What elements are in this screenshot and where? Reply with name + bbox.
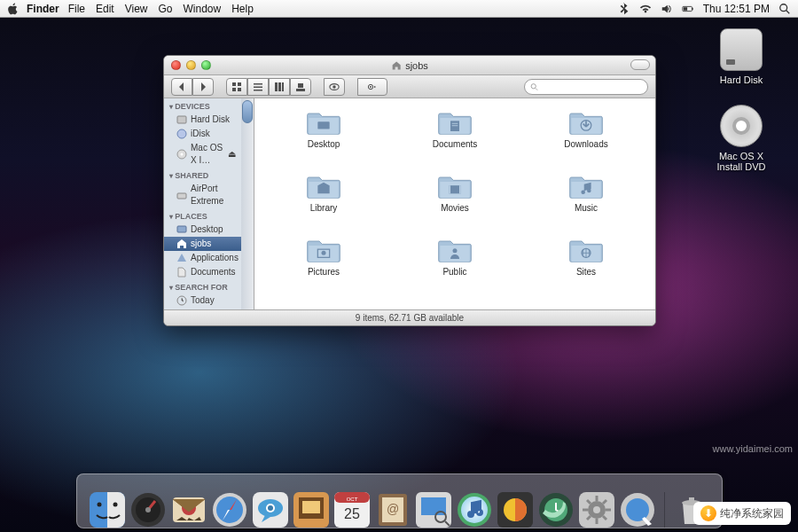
eject-icon[interactable]: ⏏: [228, 148, 236, 160]
desktop-install-dvd[interactable]: Mac OS X Install DVD: [706, 105, 777, 172]
desktop-hard-disk[interactable]: Hard Disk: [706, 28, 777, 85]
menu-go[interactable]: Go: [159, 3, 173, 15]
action-button[interactable]: [357, 78, 387, 96]
sidebar-yesterday[interactable]: Yesterday: [164, 308, 254, 309]
folder-pictures[interactable]: Pictures: [306, 237, 341, 297]
folder-music[interactable]: Music: [568, 173, 604, 233]
dock-address-book[interactable]: @: [375, 492, 411, 528]
minimize-button[interactable]: [186, 60, 196, 70]
icon-view-button[interactable]: [226, 78, 247, 96]
folder-icon: [306, 109, 341, 136]
sidebar-hard-disk[interactable]: Hard Disk: [164, 113, 254, 127]
preview-icon: [416, 492, 451, 528]
sidebar-airport[interactable]: AirPort Extreme: [164, 182, 254, 208]
dock-dashboard[interactable]: [130, 492, 166, 528]
menu-window[interactable]: Window: [184, 3, 222, 15]
svg-point-24: [177, 129, 186, 138]
scrollbar-thumb[interactable]: [242, 100, 253, 123]
bluetooth-icon[interactable]: [618, 3, 630, 15]
sidebar-section-places[interactable]: PLACES: [164, 208, 254, 223]
dock-separator: [664, 492, 665, 528]
search-icon: [530, 82, 538, 91]
dock-ical[interactable]: OCT25: [334, 492, 370, 528]
sidebar-today[interactable]: Today: [164, 293, 254, 308]
svg-rect-27: [177, 193, 186, 199]
menu-view[interactable]: View: [125, 3, 148, 15]
search-input[interactable]: [542, 82, 642, 92]
sidebar-idisk[interactable]: iDisk: [164, 127, 254, 141]
folder-label: Music: [575, 203, 598, 213]
dock-mail[interactable]: [171, 492, 207, 528]
dock-finder[interactable]: [90, 492, 125, 528]
coverflow-view-button[interactable]: [290, 78, 311, 96]
menu-file[interactable]: File: [68, 3, 85, 15]
close-button[interactable]: [171, 60, 181, 70]
disk-icon: [176, 114, 187, 125]
folder-sites[interactable]: Sites: [568, 237, 604, 297]
sidebar-scrollbar[interactable]: [241, 98, 254, 309]
svg-point-82: [593, 506, 600, 513]
sidebar-section-devices[interactable]: DEVICES: [164, 98, 254, 113]
forward-button[interactable]: [192, 78, 214, 96]
zoom-button[interactable]: [201, 60, 211, 70]
sidebar-section-search[interactable]: SEARCH FOR: [164, 279, 254, 293]
hard-disk-icon: [720, 28, 763, 71]
sidebar-applications[interactable]: Applications: [164, 251, 254, 265]
svg-point-3: [780, 4, 787, 11]
menubar-clock[interactable]: Thu 12:51 PM: [703, 3, 770, 15]
dock-itunes[interactable]: [457, 492, 492, 528]
sidebar-section-shared[interactable]: SHARED: [164, 168, 254, 182]
sidebar-documents[interactable]: Documents: [164, 265, 254, 279]
dock-quicktime[interactable]: [620, 492, 655, 528]
volume-icon[interactable]: [661, 3, 673, 15]
dvd-icon: [176, 149, 187, 160]
folder-downloads[interactable]: Downloads: [564, 109, 607, 169]
titlebar[interactable]: sjobs: [164, 56, 655, 75]
toolbar-toggle-button[interactable]: [630, 59, 650, 70]
svg-line-22: [536, 88, 537, 90]
apple-menu-icon[interactable]: [7, 3, 20, 15]
list-view-button[interactable]: [247, 78, 269, 96]
folder-library[interactable]: Library: [306, 173, 341, 233]
dock-ichat[interactable]: [253, 492, 288, 528]
dock-time-machine[interactable]: [538, 492, 574, 528]
sidebar-home[interactable]: sjobs: [164, 237, 254, 251]
desktop-icon-label: Mac OS X Install DVD: [706, 151, 777, 172]
spotlight-icon[interactable]: [778, 3, 791, 15]
home-icon: [176, 239, 187, 249]
folder-documents[interactable]: Documents: [433, 109, 478, 169]
folder-icon: [437, 237, 473, 263]
folder-desktop[interactable]: Desktop: [306, 109, 341, 169]
folder-label: Movies: [441, 203, 469, 213]
dock-system-preferences[interactable]: [579, 492, 614, 528]
folder-icon: [437, 173, 473, 200]
svg-rect-41: [459, 185, 461, 193]
quicklook-button[interactable]: [324, 78, 345, 96]
svg-point-44: [453, 248, 458, 253]
folder-icon: [306, 237, 341, 263]
search-field[interactable]: [524, 79, 648, 95]
sidebar-install-dvd[interactable]: Mac OS X I…⏏: [164, 141, 254, 168]
dock-iphoto[interactable]: [497, 492, 533, 528]
back-button[interactable]: [171, 78, 192, 96]
dock-preview[interactable]: [416, 492, 451, 528]
document-icon: [176, 267, 187, 278]
folder-movies[interactable]: Movies: [437, 173, 473, 233]
menu-edit[interactable]: Edit: [96, 3, 114, 15]
action-segment: [357, 78, 387, 96]
wifi-icon[interactable]: [639, 3, 652, 15]
svg-rect-28: [177, 226, 186, 232]
dock-safari[interactable]: [212, 492, 247, 528]
active-app-name[interactable]: Finder: [27, 3, 59, 15]
dock-photo-booth[interactable]: [293, 492, 329, 528]
battery-icon[interactable]: [682, 3, 694, 15]
svg-rect-8: [238, 88, 241, 91]
toolbar: [164, 75, 655, 98]
column-view-button[interactable]: [269, 78, 290, 96]
svg-rect-11: [254, 90, 262, 91]
folder-public[interactable]: Public: [437, 237, 473, 297]
sidebar-desktop[interactable]: Desktop: [164, 223, 254, 237]
icon-view[interactable]: DesktopDocumentsDownloadsLibraryMoviesMu…: [254, 98, 655, 309]
menu-help[interactable]: Help: [231, 3, 254, 15]
svg-text:OCT: OCT: [346, 497, 357, 502]
